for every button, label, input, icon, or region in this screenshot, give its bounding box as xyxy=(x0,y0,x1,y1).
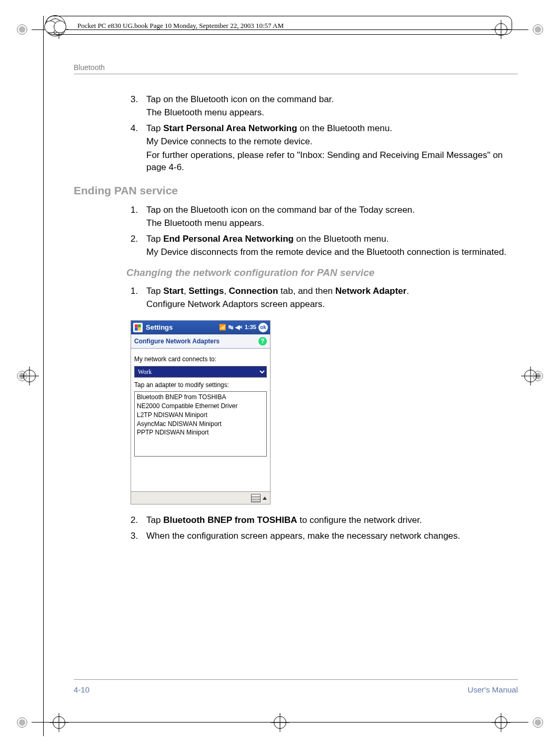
step-text: Tap Start, Settings, Connection tab, and… xyxy=(146,286,409,296)
bold-term: Settings xyxy=(188,286,224,296)
list-item[interactable]: AsyncMac NDISWAN Miniport xyxy=(137,420,264,429)
text: Tap xyxy=(146,234,163,244)
step-number: 2. xyxy=(131,514,138,526)
step-number: 4. xyxy=(131,122,138,134)
text: Tap xyxy=(146,515,163,525)
page-number: 4-10 xyxy=(74,685,89,694)
pda-screenshot: Settings 📶 ↹ ◀× 1:35 ok Configure Networ… xyxy=(131,320,271,505)
pda-titlebar: Settings 📶 ↹ ◀× 1:35 ok xyxy=(131,321,270,334)
text: to configure the network driver. xyxy=(297,515,422,525)
crop-mark xyxy=(20,367,39,385)
text: Tap xyxy=(146,123,163,133)
signal-icon: 📶 xyxy=(219,323,226,331)
bold-term: Network Adapter xyxy=(335,286,406,296)
running-header: Bluetooth xyxy=(74,63,518,74)
step-text: Tap on the Bluetooth icon on the command… xyxy=(146,94,334,104)
bold-term: Start Personal Area Networking xyxy=(163,123,297,133)
step-subtext: My Device connects to the remote device. xyxy=(146,135,518,147)
pda-bottom-bar xyxy=(131,491,270,504)
step-text: Tap on the Bluetooth icon on the command… xyxy=(146,205,415,215)
text: tab, and then xyxy=(278,286,335,296)
pda-caption: My network card connects to: xyxy=(134,355,267,364)
step-text: When the configuration screen appears, m… xyxy=(146,531,460,541)
list-item: 2. Tap Bluetooth BNEP from TOSHIBA to co… xyxy=(131,514,518,526)
speaker-icon: ◀× xyxy=(235,323,243,331)
page-meta-text: Pocket PC e830 UG.book Page 10 Monday, S… xyxy=(56,22,502,30)
step-subtext: For further operations, please refer to … xyxy=(146,149,518,174)
pda-subtitle: Configure Network Adapters xyxy=(134,337,219,346)
step-subtext: My Device disconnects from the remote de… xyxy=(146,246,518,258)
heading-changing-network: Changing the network configuration for P… xyxy=(126,266,518,280)
crop-mark xyxy=(521,367,540,385)
crop-line-left xyxy=(43,16,44,736)
manual-title: User's Manual xyxy=(468,685,518,694)
step-number: 1. xyxy=(131,204,138,216)
keyboard-icon[interactable] xyxy=(251,494,261,502)
bold-term: Start xyxy=(163,286,184,296)
list-item: 3. When the configuration screen appears… xyxy=(131,530,518,542)
crop-mark xyxy=(49,713,68,732)
step-text: Tap Bluetooth BNEP from TOSHIBA to confi… xyxy=(146,515,422,525)
crop-mark xyxy=(271,713,289,732)
heading-ending-pan: Ending PAN service xyxy=(74,183,518,199)
pda-tray: 📶 ↹ ◀× 1:35 ok xyxy=(219,323,268,332)
list-item: 1. Tap on the Bluetooth icon on the comm… xyxy=(131,204,518,230)
adapter-listbox[interactable]: Bluetooth BNEP from TOSHIBA NE2000 Compa… xyxy=(134,391,267,457)
list-item: 2. Tap End Personal Area Networking on t… xyxy=(131,233,518,259)
help-icon[interactable]: ? xyxy=(258,337,267,345)
list-item: 3. Tap on the Bluetooth icon on the comm… xyxy=(131,93,518,119)
step-number: 3. xyxy=(131,530,138,542)
list-item[interactable]: L2TP NDISWAN Miniport xyxy=(137,411,264,420)
text: on the Bluetooth menu. xyxy=(294,234,389,244)
bold-term: End Personal Area Networking xyxy=(163,234,294,244)
list-item: 4. Tap Start Personal Area Networking on… xyxy=(131,122,518,174)
step-subtext: Configure Network Adaptors screen appear… xyxy=(146,298,518,310)
list-item[interactable]: NE2000 Compatible Ethernet Driver xyxy=(137,402,264,411)
book-icon xyxy=(45,15,66,36)
step-number: 1. xyxy=(131,285,138,297)
pda-subtitle-bar: Configure Network Adapters ? xyxy=(131,334,270,349)
page-meta-frame: Pocket PC e830 UG.book Page 10 Monday, S… xyxy=(46,16,512,35)
windows-flag-icon xyxy=(133,323,143,332)
page-content: Bluetooth 3. Tap on the Bluetooth icon o… xyxy=(74,63,518,694)
list-item[interactable]: PPTP NDISWAN Miniport xyxy=(137,428,264,437)
list-item[interactable]: Bluetooth BNEP from TOSHIBA xyxy=(137,393,264,402)
ok-button[interactable]: ok xyxy=(258,323,268,332)
registration-mark xyxy=(531,22,545,37)
step-subtext: The Bluetooth menu appears. xyxy=(146,217,518,229)
text: Tap xyxy=(146,286,163,296)
step-text: Tap End Personal Area Networking on the … xyxy=(146,234,389,244)
step-number: 3. xyxy=(131,93,138,105)
text: , xyxy=(184,286,188,296)
text: on the Bluetooth menu. xyxy=(297,123,393,133)
bold-term: Bluetooth BNEP from TOSHIBA xyxy=(163,515,297,525)
text: , xyxy=(224,286,228,296)
pda-window-title: Settings xyxy=(146,323,173,332)
sync-icon: ↹ xyxy=(228,323,233,331)
list-item: 1. Tap Start, Settings, Connection tab, … xyxy=(131,285,518,311)
step-subtext: The Bluetooth menu appears. xyxy=(146,106,518,118)
step-text: Tap Start Personal Area Networking on th… xyxy=(146,123,392,133)
registration-mark xyxy=(531,715,545,730)
network-card-select[interactable]: Work xyxy=(134,366,267,378)
step-number: 2. xyxy=(131,233,138,245)
pda-time: 1:35 xyxy=(245,323,256,331)
registration-mark xyxy=(15,715,29,730)
text: . xyxy=(406,286,409,296)
registration-mark xyxy=(15,22,29,37)
chevron-up-icon[interactable] xyxy=(263,497,267,500)
crop-mark xyxy=(492,713,511,732)
bold-term: Connection xyxy=(229,286,278,296)
page-footer: 4-10 User's Manual xyxy=(74,679,518,694)
pda-caption: Tap an adapter to modify settings: xyxy=(134,381,267,390)
